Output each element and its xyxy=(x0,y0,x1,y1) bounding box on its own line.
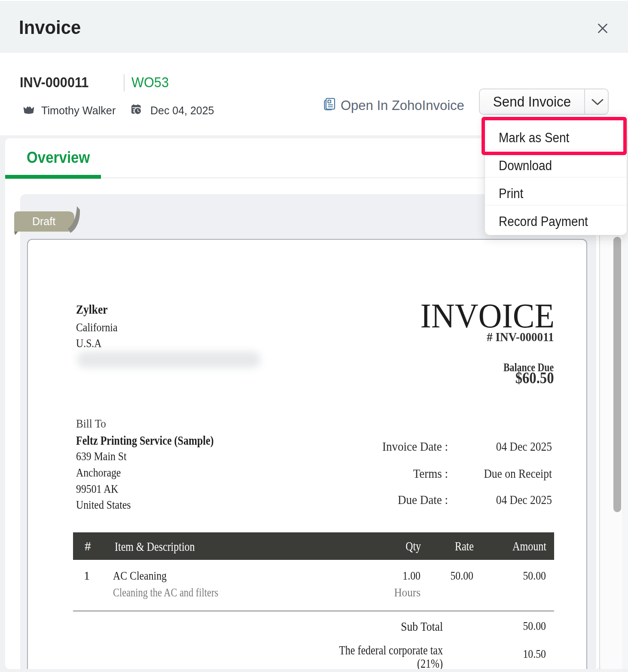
svg-text:Draft: Draft xyxy=(32,215,55,227)
